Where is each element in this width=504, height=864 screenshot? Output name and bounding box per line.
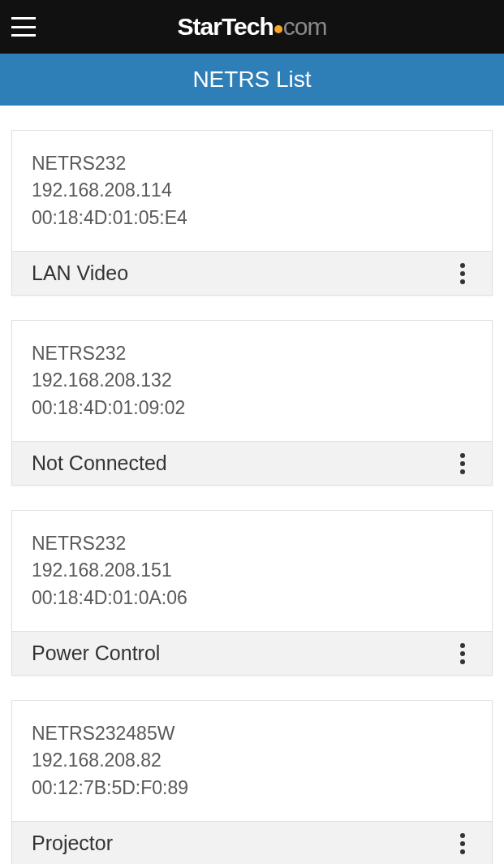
device-info: NETRS232 192.168.208.132 00:18:4D:01:09:…: [12, 321, 492, 441]
logo-part1: Star: [178, 13, 222, 41]
device-mac: 00:18:4D:01:09:02: [32, 395, 472, 421]
device-label: LAN Video: [32, 261, 128, 285]
app-logo: StarTechcom: [178, 13, 327, 41]
title-bar: NETRS List: [0, 54, 504, 106]
device-info: NETRS232 192.168.208.114 00:18:4D:01:05:…: [12, 131, 492, 251]
logo-part3: com: [283, 13, 327, 41]
device-list: NETRS232 192.168.208.114 00:18:4D:01:05:…: [0, 106, 504, 864]
device-footer: Projector: [12, 821, 492, 864]
logo-part2: Tech: [222, 13, 274, 41]
device-model: NETRS232485W: [32, 720, 472, 747]
device-model: NETRS232: [32, 530, 472, 557]
kebab-menu-icon[interactable]: [453, 832, 472, 855]
device-card[interactable]: NETRS232 192.168.208.132 00:18:4D:01:09:…: [11, 320, 493, 486]
device-ip: 192.168.208.114: [32, 177, 472, 204]
device-model: NETRS232: [32, 150, 472, 177]
app-header: StarTechcom: [0, 0, 504, 54]
device-card[interactable]: NETRS232485W 192.168.208.82 00:12:7B:5D:…: [11, 700, 493, 864]
device-mac: 00:18:4D:01:0A:06: [32, 585, 472, 611]
hamburger-menu-icon[interactable]: [11, 17, 36, 37]
device-footer: LAN Video: [12, 251, 492, 295]
device-footer: Power Control: [12, 631, 492, 675]
kebab-menu-icon[interactable]: [453, 262, 472, 285]
device-mac: 00:12:7B:5D:F0:89: [32, 775, 472, 801]
device-ip: 192.168.208.82: [32, 747, 472, 774]
device-info: NETRS232485W 192.168.208.82 00:12:7B:5D:…: [12, 701, 492, 821]
kebab-menu-icon[interactable]: [453, 452, 472, 475]
device-ip: 192.168.208.151: [32, 557, 472, 584]
device-card[interactable]: NETRS232 192.168.208.114 00:18:4D:01:05:…: [11, 130, 493, 296]
page-title: NETRS List: [192, 67, 311, 93]
logo-dot-icon: [274, 25, 282, 33]
device-model: NETRS232: [32, 340, 472, 367]
device-info: NETRS232 192.168.208.151 00:18:4D:01:0A:…: [12, 511, 492, 631]
kebab-menu-icon[interactable]: [453, 642, 472, 665]
device-footer: Not Connected: [12, 441, 492, 485]
device-label: Power Control: [32, 642, 160, 665]
device-ip: 192.168.208.132: [32, 367, 472, 394]
device-card[interactable]: NETRS232 192.168.208.151 00:18:4D:01:0A:…: [11, 510, 493, 676]
device-label: Projector: [32, 832, 113, 855]
device-label: Not Connected: [32, 451, 167, 475]
device-mac: 00:18:4D:01:05:E4: [32, 205, 472, 231]
